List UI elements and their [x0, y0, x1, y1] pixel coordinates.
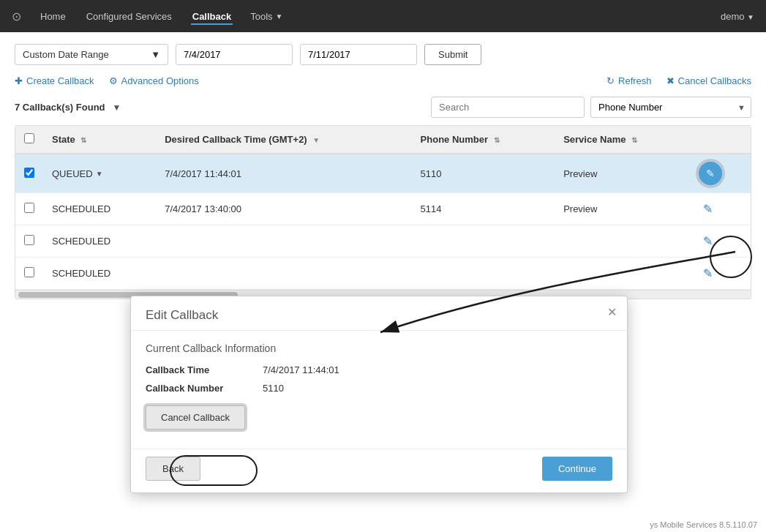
edit-button[interactable]: ✎	[699, 201, 717, 217]
date-range-arrow-icon: ▼	[151, 49, 160, 60]
nav-home[interactable]: Home	[39, 8, 67, 25]
modal-close-button[interactable]: ✕	[607, 305, 617, 319]
table-row: QUEUED ▼ 7/4/2017 11:44:01 5110 Preview …	[15, 154, 751, 193]
cancel-callback-button[interactable]: Cancel Callback	[146, 405, 245, 430]
row-checkbox[interactable]	[24, 235, 34, 245]
cancel-callbacks-button[interactable]: ✖ Cancel Callbacks	[667, 75, 751, 86]
results-dropdown-icon[interactable]: ▼	[113, 102, 121, 113]
row-state-cell: SCHEDULED	[43, 258, 156, 290]
create-callback-button[interactable]: ✚ Create Callback	[15, 75, 94, 86]
state-dropdown-icon[interactable]: ▼	[96, 170, 103, 178]
refresh-label: Refresh	[618, 75, 652, 86]
row-time-cell: 7/4/2017 11:44:01	[156, 154, 411, 193]
date-start-input[interactable]	[176, 44, 293, 65]
table-row: SCHEDULED ✎	[15, 258, 751, 290]
phone-filter-wrap: Phone Number State Service Name ▼	[590, 97, 751, 118]
modal-body: Current Callback Information Callback Ti…	[131, 331, 627, 441]
row-checkbox-cell	[15, 225, 43, 258]
header-phone: Phone Number ⇅	[412, 126, 555, 154]
row-edit-cell: ✎	[690, 193, 751, 225]
row-checkbox[interactable]	[24, 267, 34, 277]
header-service: Service Name ⇅	[555, 126, 690, 154]
modal-footer: Back Continue	[131, 449, 627, 492]
row-phone-cell: 5110	[412, 154, 555, 193]
row-phone-cell	[412, 225, 555, 258]
advanced-options-button[interactable]: ⚙ Advanced Options	[109, 75, 199, 86]
navbar: ⊙ Home Configured Services Callback Tool…	[0, 0, 766, 32]
header-checkbox-col	[15, 126, 43, 154]
table-body: QUEUED ▼ 7/4/2017 11:44:01 5110 Preview …	[15, 154, 751, 290]
date-range-select[interactable]: Custom Date Range ▼	[15, 44, 168, 65]
filter-bar: Custom Date Range ▼ Submit	[15, 44, 751, 65]
row-checkbox[interactable]	[24, 168, 34, 178]
service-sort-icon[interactable]: ⇅	[631, 136, 637, 144]
callback-time-label: Callback Time	[146, 364, 263, 375]
continue-button[interactable]: Continue	[542, 457, 612, 481]
row-state-cell: QUEUED ▼	[43, 154, 156, 193]
select-all-checkbox[interactable]	[24, 133, 34, 143]
modal-section-title: Current Callback Information	[146, 342, 612, 354]
callbacks-table-wrap: State ⇅ Desired Callback Time (GMT+2) ▼ …	[15, 125, 751, 299]
date-range-label: Custom Date Range	[23, 49, 109, 60]
nav-callback[interactable]: Callback	[191, 8, 233, 25]
action-bar-right: ↻ Refresh ✖ Cancel Callbacks	[607, 75, 751, 86]
user-dropdown-icon: ▼	[747, 13, 754, 21]
row-checkbox-cell	[15, 258, 43, 290]
navbar-brand: ⊙	[12, 10, 21, 23]
header-actions-col	[690, 126, 751, 154]
nav-configured-services[interactable]: Configured Services	[85, 8, 173, 25]
row-state-cell: SCHEDULED	[43, 193, 156, 225]
row-time-cell	[156, 225, 411, 258]
back-button[interactable]: Back	[146, 457, 200, 481]
tools-dropdown-icon: ▼	[276, 12, 283, 20]
cancel-icon: ✖	[667, 75, 675, 86]
row-checkbox[interactable]	[24, 203, 34, 213]
advanced-options-label: Advanced Options	[121, 75, 199, 86]
modal-header: Edit Callback ✕	[131, 296, 627, 331]
edit-button[interactable]: ✎	[699, 233, 717, 250]
callback-number-label: Callback Number	[146, 383, 263, 394]
gear-icon: ⚙	[109, 75, 118, 86]
state-sort-icon[interactable]: ⇅	[80, 136, 86, 144]
time-sort-icon[interactable]: ▼	[312, 136, 320, 144]
modal-title: Edit Callback	[146, 308, 218, 322]
refresh-button[interactable]: ↻ Refresh	[607, 75, 652, 86]
edit-callback-modal: Edit Callback ✕ Current Callback Informa…	[130, 296, 628, 493]
callback-number-value: 5110	[263, 383, 284, 394]
nav-tools[interactable]: Tools ▼	[250, 11, 282, 22]
action-bar: ✚ Create Callback ⚙ Advanced Options ↻ R…	[15, 75, 751, 86]
user-menu[interactable]: demo ▼	[721, 11, 754, 22]
header-time: Desired Callback Time (GMT+2) ▼	[156, 126, 411, 154]
nav-tools-label: Tools	[250, 11, 272, 22]
state-label: QUEUED	[52, 168, 93, 179]
phone-sort-icon[interactable]: ⇅	[494, 136, 500, 144]
phone-filter-select[interactable]: Phone Number State Service Name	[590, 97, 751, 118]
callback-number-field: Callback Number 5110	[146, 383, 612, 394]
row-state-cell: SCHEDULED	[43, 225, 156, 258]
edit-button-highlighted[interactable]: ✎	[699, 162, 722, 185]
row-time-cell: 7/4/2017 13:40:00	[156, 193, 411, 225]
edit-button[interactable]: ✎	[699, 265, 717, 282]
brand-icon: ⊙	[12, 10, 21, 23]
row-checkbox-cell	[15, 193, 43, 225]
results-bar: 7 Callback(s) Found ▼ Phone Number State…	[15, 97, 751, 118]
row-service-cell	[555, 258, 690, 290]
header-state: State ⇅	[43, 126, 156, 154]
search-right: Phone Number State Service Name ▼	[431, 97, 751, 118]
callback-time-field: Callback Time 7/4/2017 11:44:01	[146, 364, 612, 375]
callback-time-value: 7/4/2017 11:44:01	[263, 364, 339, 375]
date-end-input[interactable]	[300, 44, 417, 65]
submit-button[interactable]: Submit	[424, 44, 481, 65]
row-phone-cell: 5114	[412, 193, 555, 225]
state-badge: QUEUED ▼	[52, 168, 147, 179]
create-callback-label: Create Callback	[26, 75, 94, 86]
row-service-cell	[555, 225, 690, 258]
results-count: 7 Callback(s) Found	[15, 102, 105, 113]
refresh-icon: ↻	[607, 75, 615, 86]
user-label: demo	[721, 11, 745, 22]
search-input[interactable]	[431, 97, 585, 118]
row-edit-cell: ✎	[690, 258, 751, 290]
row-service-cell: Preview	[555, 193, 690, 225]
table-header-row: State ⇅ Desired Callback Time (GMT+2) ▼ …	[15, 126, 751, 154]
cancel-callbacks-label: Cancel Callbacks	[678, 75, 751, 86]
